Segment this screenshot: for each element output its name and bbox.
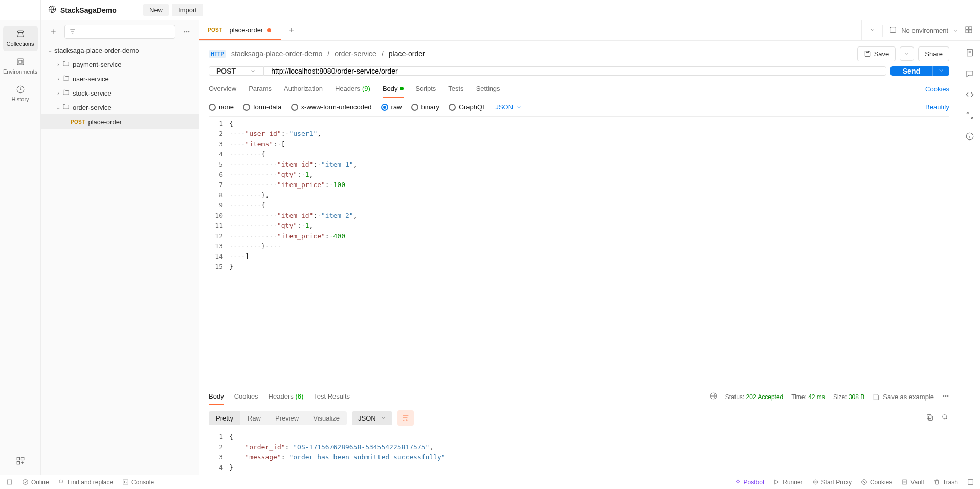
wrap-lines-button[interactable] bbox=[397, 410, 414, 426]
chevron-down-icon bbox=[250, 68, 256, 74]
svg-point-19 bbox=[945, 395, 946, 397]
env-quicklook-button[interactable] bbox=[965, 26, 973, 35]
tree-folder[interactable]: › payment-service bbox=[41, 57, 199, 72]
sb-sync[interactable] bbox=[6, 479, 13, 485]
chevron-right-icon: › bbox=[54, 90, 62, 96]
save-dropdown-button[interactable] bbox=[900, 46, 914, 61]
tab-headers[interactable]: Headers (9) bbox=[335, 81, 370, 98]
tab-tests[interactable]: Tests bbox=[448, 81, 463, 98]
svg-rect-5 bbox=[17, 457, 19, 460]
sb-cookies[interactable]: Cookies bbox=[861, 479, 892, 486]
body-raw-radio[interactable]: raw bbox=[381, 103, 402, 111]
sb-vault[interactable]: Vault bbox=[901, 479, 924, 486]
tabs-dropdown-button[interactable] bbox=[869, 26, 876, 35]
sb-postbot[interactable]: Postbot bbox=[734, 479, 765, 486]
body-xwww-radio[interactable]: x-www-form-urlencoded bbox=[291, 103, 372, 111]
right-rail bbox=[959, 41, 980, 475]
svg-point-9 bbox=[186, 31, 187, 32]
body-none-radio[interactable]: none bbox=[209, 103, 234, 111]
sb-console[interactable]: Console bbox=[122, 479, 154, 486]
tab-scripts[interactable]: Scripts bbox=[416, 81, 436, 98]
filter-input[interactable] bbox=[64, 25, 175, 39]
send-dropdown-button[interactable] bbox=[932, 66, 949, 76]
svg-point-36 bbox=[904, 481, 905, 483]
svg-point-31 bbox=[813, 480, 818, 484]
body-formdata-radio[interactable]: form-data bbox=[243, 103, 282, 111]
chevron-down-icon bbox=[516, 104, 522, 110]
rail-configure[interactable] bbox=[3, 452, 38, 470]
add-collection-button[interactable] bbox=[46, 25, 60, 39]
import-button[interactable]: Import bbox=[172, 4, 203, 16]
crumb-item[interactable]: place-order bbox=[389, 50, 425, 58]
cookies-link[interactable]: Cookies bbox=[925, 85, 949, 93]
sidebar-options-button[interactable] bbox=[180, 25, 194, 39]
tab-authorization[interactable]: Authorization bbox=[284, 81, 323, 98]
sb-find[interactable]: Find and replace bbox=[58, 479, 113, 486]
chevron-down-icon: ⌄ bbox=[54, 105, 62, 110]
sb-proxy[interactable]: Start Proxy bbox=[812, 479, 852, 486]
sb-trash[interactable]: Trash bbox=[933, 479, 958, 486]
view-visualize[interactable]: Visualize bbox=[306, 411, 347, 425]
beautify-button[interactable]: Beautify bbox=[925, 103, 949, 111]
chevron-right-icon: › bbox=[54, 76, 62, 82]
crumb-item[interactable]: stacksaga-place-order-demo bbox=[231, 50, 322, 58]
share-button[interactable]: Share bbox=[918, 46, 949, 61]
tab-overview[interactable]: Overview bbox=[209, 81, 236, 98]
tab-settings[interactable]: Settings bbox=[476, 81, 500, 98]
resp-tab-tests[interactable]: Test Results bbox=[314, 388, 350, 405]
crumb-item[interactable]: order-service bbox=[335, 50, 376, 58]
new-button[interactable]: New bbox=[143, 4, 169, 16]
body-language-selector[interactable]: JSON bbox=[495, 103, 522, 111]
network-icon[interactable] bbox=[710, 392, 717, 401]
sb-runner[interactable]: Runner bbox=[773, 479, 803, 486]
tree-folder[interactable]: ⌄ order-service bbox=[41, 100, 199, 114]
active-dot-icon bbox=[400, 87, 404, 90]
send-button[interactable]: Send bbox=[890, 66, 932, 76]
rail-history[interactable]: History bbox=[3, 81, 38, 106]
tab-body[interactable]: Body bbox=[383, 81, 404, 98]
tree-folder[interactable]: › user-service bbox=[41, 72, 199, 86]
copy-button[interactable] bbox=[926, 413, 934, 423]
request-body-editor[interactable]: 1{ 2····"user_id":·"user1", 3····"items"… bbox=[209, 116, 949, 387]
info-icon[interactable] bbox=[965, 132, 974, 143]
rail-collections[interactable]: Collections bbox=[3, 26, 38, 51]
search-button[interactable] bbox=[941, 413, 949, 423]
method-selector[interactable]: POST bbox=[209, 66, 263, 76]
body-binary-radio[interactable]: binary bbox=[411, 103, 439, 111]
comments-icon[interactable] bbox=[965, 69, 974, 80]
save-button[interactable]: Save bbox=[857, 46, 896, 61]
resp-tab-headers[interactable]: Headers (6) bbox=[269, 388, 304, 405]
method-tag: POST bbox=[208, 27, 222, 33]
environment-selector[interactable]: No environment bbox=[889, 26, 959, 35]
rail-environments[interactable]: Environments bbox=[3, 53, 38, 79]
new-tab-button[interactable]: + bbox=[281, 20, 302, 40]
svg-rect-14 bbox=[966, 30, 968, 33]
code-icon[interactable] bbox=[965, 90, 974, 101]
resp-tab-body[interactable]: Body bbox=[209, 388, 224, 405]
folder-icon bbox=[62, 103, 70, 112]
view-pretty[interactable]: Pretty bbox=[209, 411, 240, 425]
tree-request[interactable]: POST place-order bbox=[41, 114, 199, 129]
body-graphql-radio[interactable]: GraphQL bbox=[449, 103, 486, 111]
view-raw[interactable]: Raw bbox=[240, 411, 268, 425]
url-input[interactable] bbox=[271, 67, 879, 75]
sb-online[interactable]: Online bbox=[22, 479, 49, 486]
docs-icon[interactable] bbox=[965, 48, 974, 59]
sb-layout[interactable] bbox=[967, 479, 974, 486]
tree-folder[interactable]: › stock-service bbox=[41, 86, 199, 100]
save-as-example-button[interactable]: Save as example bbox=[873, 393, 934, 401]
svg-rect-12 bbox=[966, 27, 968, 29]
resp-language-selector[interactable]: JSON bbox=[352, 411, 392, 425]
expand-icon[interactable] bbox=[965, 111, 974, 122]
workspace-selector[interactable]: StackSagaDemo bbox=[41, 5, 124, 15]
svg-point-33 bbox=[863, 481, 863, 482]
svg-rect-16 bbox=[866, 51, 868, 53]
resp-tab-cookies[interactable]: Cookies bbox=[234, 388, 258, 405]
svg-point-30 bbox=[814, 481, 816, 483]
request-tab[interactable]: POST place-order bbox=[199, 20, 281, 40]
view-preview[interactable]: Preview bbox=[268, 411, 306, 425]
tab-params[interactable]: Params bbox=[249, 81, 272, 98]
tree-collection[interactable]: ⌄ stacksaga-place-order-demo bbox=[41, 43, 199, 57]
response-body-viewer[interactable]: 1{ 2 "order_id": "OS-1715676289658-53455… bbox=[209, 430, 949, 475]
resp-more-button[interactable] bbox=[942, 392, 949, 401]
